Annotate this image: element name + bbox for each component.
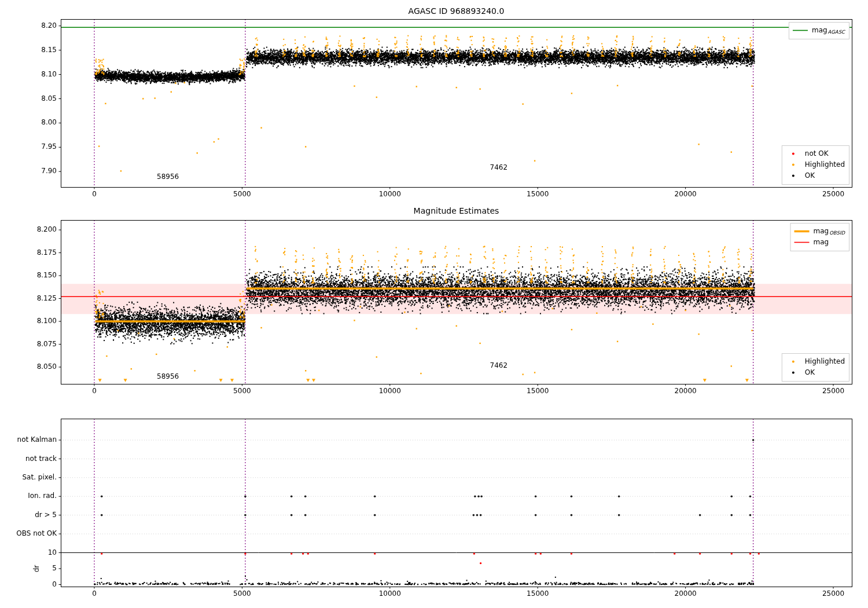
figure: AGASC ID 968893240.0 Magnitude Estimates: [0, 0, 868, 608]
middle-plot-title: Magnitude Estimates: [61, 206, 852, 215]
plot-canvas: [0, 0, 868, 608]
top-plot-title: AGASC ID 968893240.0: [61, 6, 852, 16]
